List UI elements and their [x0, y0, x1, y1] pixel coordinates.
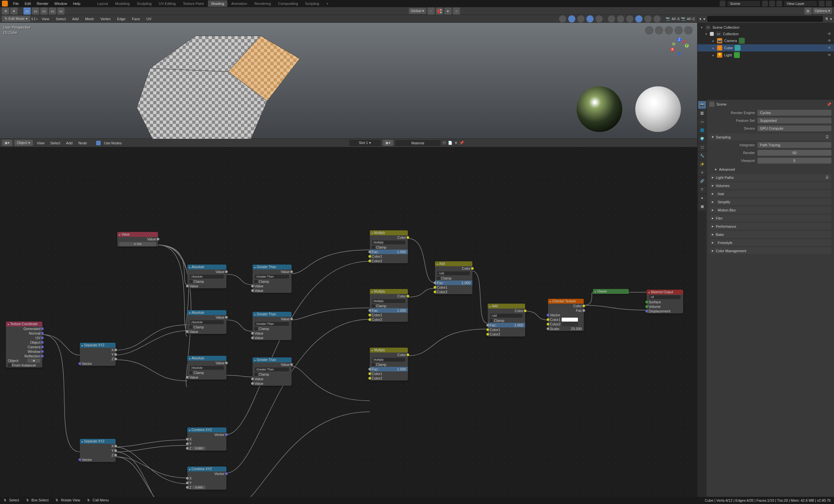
outliner-collection[interactable]: ▾▭Collection 👁	[698, 30, 834, 37]
shading-wire-icon[interactable]	[617, 15, 624, 22]
node-multiply-1[interactable]: Multiply Color Multiply Clamp Fac:1.000 …	[370, 230, 408, 263]
node-header[interactable]: Combine XYZ	[187, 428, 226, 432]
view-layer-field[interactable]: View Layer	[784, 1, 817, 6]
node-absolute-3[interactable]: Absolute Value Absolute Clamp Value	[187, 356, 226, 379]
dropdown-icon[interactable]: ▾	[10, 7, 18, 15]
node-header[interactable]: Material Output	[647, 290, 683, 294]
gizmo-toggle-icon[interactable]	[568, 15, 575, 22]
node-separate-xyz-1[interactable]: Separate XYZ X Y Z Vector	[80, 343, 116, 366]
mesh-badge-icon[interactable]	[734, 45, 741, 51]
tab-scripting[interactable]: Scripting	[302, 0, 323, 7]
device-dropdown[interactable]: GPU Compute	[758, 126, 831, 131]
preset-icon[interactable]: ☰	[826, 135, 829, 139]
tab-particle-icon[interactable]: ✨	[698, 160, 706, 168]
overlay-toggle-icon[interactable]	[586, 15, 594, 22]
tab-compositing[interactable]: Compositing	[275, 0, 301, 7]
node-header[interactable]: Separate XYZ	[80, 343, 116, 348]
node-header[interactable]: Combine XYZ	[187, 466, 226, 472]
render-anim-icon[interactable]: 📷	[681, 17, 685, 21]
node-header[interactable]: Absolute	[187, 356, 226, 360]
menu-render[interactable]: Render	[34, 1, 51, 6]
pin-icon[interactable]: 📌	[827, 102, 831, 107]
ne-menu-add[interactable]: Add	[64, 140, 74, 146]
view-layer-delete-icon[interactable]	[826, 1, 832, 6]
node-combine-xyz-1[interactable]: Combine XYZ Vector X Y Z:0.000	[187, 428, 226, 451]
af-c-button[interactable]: AF-C	[687, 17, 695, 21]
tab-viewlayer-icon[interactable]: ▭	[698, 118, 706, 126]
pivot-icon[interactable]: ◦	[427, 7, 435, 15]
tab-world-icon[interactable]: 🌍	[698, 135, 706, 143]
node-add-1[interactable]: Add Color Add Clamp Fac:1.000 Color1 Col…	[435, 261, 473, 294]
visibility-toggle-icon[interactable]: 👁	[828, 46, 831, 50]
visibility-toggle-icon[interactable]: 👁	[828, 39, 831, 43]
tab-sculpting[interactable]: Sculpting	[134, 0, 155, 7]
ne-menu-select[interactable]: Select	[48, 140, 63, 146]
tab-shading[interactable]: Shading	[208, 0, 227, 7]
node-header[interactable]: Texture Coordinate	[6, 322, 42, 326]
gizmo-dropdown-icon[interactable]	[577, 15, 585, 22]
menu-window[interactable]: Window	[52, 1, 70, 6]
outliner-item-cube[interactable]: ▸▽Cube 👁	[698, 44, 834, 51]
node-material-output[interactable]: Material Output All Surface Volume Displ…	[647, 290, 683, 313]
visibility-toggle-icon[interactable]: 👁	[828, 31, 831, 36]
edge-select-icon[interactable]: /	[34, 17, 35, 21]
menu-edit[interactable]: Edit	[22, 1, 34, 6]
overlay-dropdown-icon[interactable]	[595, 15, 603, 22]
tab-texture-icon[interactable]: ▩	[698, 203, 706, 211]
tab-texture-paint[interactable]: Texture Paint	[179, 0, 207, 7]
tab-add[interactable]: +	[323, 0, 332, 7]
nav-perspective-icon[interactable]	[684, 26, 693, 35]
outliner-search-field[interactable]	[707, 16, 823, 22]
material-browse-icon[interactable]: ◉▾	[383, 140, 393, 146]
node-header[interactable]: Add	[435, 261, 473, 266]
viewport-menu-edge[interactable]: Edge	[114, 16, 128, 22]
shader-type-dropdown[interactable]: Object ▾	[14, 140, 33, 146]
node-header[interactable]: Checker Texture	[548, 299, 584, 304]
node-header[interactable]: Multiply	[370, 348, 408, 352]
node-header[interactable]: Value	[117, 232, 158, 237]
menu-file[interactable]: File	[10, 1, 22, 6]
node-multiply-2[interactable]: Multiply Color Multiply Clamp Fac:1.000 …	[370, 289, 408, 322]
viewport-canvas[interactable]: User Perspective (1) Cube	[0, 23, 697, 138]
panel-bake[interactable]: ▸Bake	[709, 231, 831, 238]
preset-icon[interactable]: ☰	[826, 175, 829, 179]
view-layer-new-icon[interactable]	[819, 1, 825, 6]
feature-set-dropdown[interactable]: Supported	[758, 117, 831, 124]
snap-icon[interactable]: 🧲	[436, 7, 443, 15]
viewport-menu-uv[interactable]: UV	[144, 16, 154, 22]
node-greater-than-1[interactable]: Greater Than Value Greater Than Clamp Va…	[253, 265, 291, 293]
tab-rendering[interactable]: Rendering	[251, 0, 274, 7]
material-shield-icon[interactable]: 🛡	[442, 141, 446, 145]
transform-orientation-dropdown[interactable]: Global ▾	[409, 8, 426, 14]
material-unlink-icon[interactable]: ✕	[455, 141, 457, 145]
cube-mesh[interactable]	[137, 29, 319, 147]
tab-animation[interactable]: Animation	[228, 0, 250, 7]
viewport-menu-add[interactable]: Add	[70, 16, 82, 22]
panel-color-management[interactable]: ▸Color Management	[709, 247, 831, 254]
tab-material-icon[interactable]: ●	[698, 194, 706, 202]
editor-type-dropdown[interactable]: ◉▾	[2, 140, 13, 146]
outliner-display-icon[interactable]: ▾	[703, 17, 705, 21]
ne-menu-node[interactable]: Node	[76, 140, 89, 146]
node-multiply-3[interactable]: Multiply Color Multiply Clamp Fac:1.000 …	[370, 348, 408, 380]
node-checker-texture[interactable]: Checker Texture Color Fac Vector Color1 …	[548, 299, 584, 331]
scene-icon[interactable]	[709, 102, 715, 107]
panel-simplify[interactable]: ▸Simplify	[709, 198, 831, 205]
shading-dropdown-icon[interactable]	[654, 15, 661, 22]
node-greater-than-3[interactable]: Greater Than Value Greater Than Clamp Va…	[253, 357, 291, 386]
outliner-scene-collection[interactable]: ▾▭Scene Collection	[698, 24, 834, 30]
vertex-select-icon[interactable]: •	[31, 17, 33, 21]
integrator-dropdown[interactable]: Path Tracing	[758, 142, 831, 148]
viewport-menu-view[interactable]: View	[39, 16, 52, 22]
select-subtract-icon[interactable]: ▭	[40, 7, 48, 15]
node-header[interactable]: Add	[488, 304, 525, 308]
options-dropdown[interactable]: Options ▾	[813, 8, 832, 14]
tab-uv-editing[interactable]: UV Editing	[155, 0, 179, 7]
node-viewer[interactable]: Viewer	[593, 289, 629, 294]
panel-hair[interactable]: ▸Hair	[709, 190, 831, 197]
node-absolute-2[interactable]: Absolute Value Absolute Clamp Value	[187, 310, 226, 334]
outliner-filter-icon[interactable]: ⚗	[825, 17, 828, 21]
use-nodes-checkbox[interactable]	[96, 141, 101, 145]
material-new-icon[interactable]: 📄	[448, 141, 453, 145]
nav-pan-icon[interactable]	[655, 26, 663, 35]
